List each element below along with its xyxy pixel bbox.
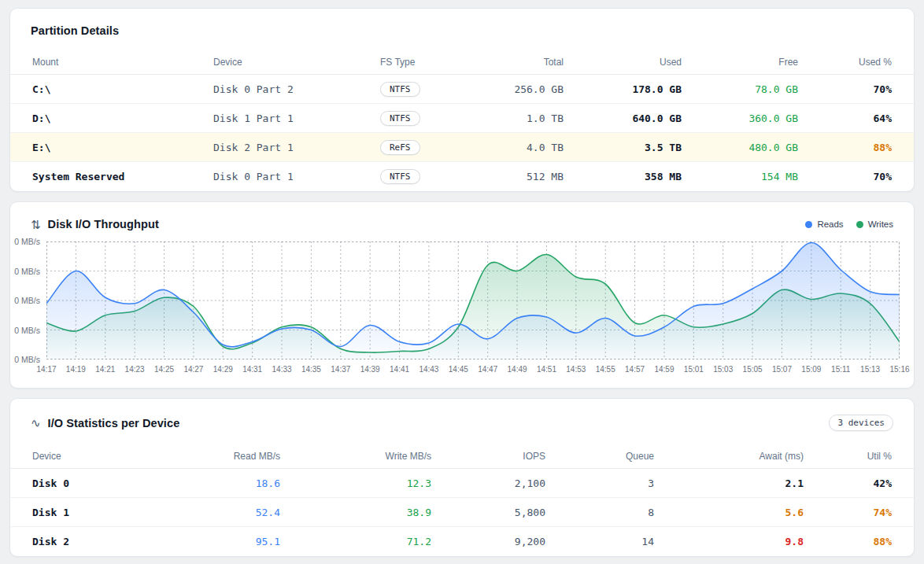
- total-cell: 1.0 TB: [473, 112, 564, 124]
- y-axis: 200 MB/s150 MB/s100 MB/s50 MB/s0 MB/s: [10, 241, 46, 359]
- x-tick-label: 14:21: [95, 365, 115, 374]
- column-header: Device: [213, 57, 380, 68]
- column-header: Queue: [545, 451, 654, 462]
- x-tick-label: 14:23: [125, 365, 145, 374]
- write-cell: 12.3: [280, 477, 431, 489]
- fs-type-badge: NTFS: [380, 82, 420, 97]
- x-tick-label: 15:16: [889, 365, 909, 374]
- partition-table-header: MountDeviceFS TypeTotalUsedFreeUsed %: [10, 50, 914, 75]
- fs-type-badge: ReFS: [380, 140, 420, 155]
- y-tick-label: 0 MB/s: [14, 355, 40, 365]
- x-tick-label: 14:47: [478, 365, 497, 374]
- total-cell: 512 MB: [473, 171, 564, 182]
- legend-label: Writes: [868, 219, 893, 229]
- x-tick-label: 15:13: [860, 365, 880, 374]
- fs-type-cell: ReFS: [380, 140, 473, 155]
- device-cell: Disk 1: [32, 507, 213, 518]
- used-cell: 178.0 GB: [564, 83, 682, 95]
- column-header: Used: [564, 57, 682, 68]
- queue-cell: 14: [545, 536, 654, 547]
- throughput-chart: [46, 241, 900, 359]
- iops-cell: 2,100: [431, 477, 545, 489]
- up-down-arrows-icon: ⇅: [31, 219, 41, 230]
- x-tick-label: 15:05: [743, 365, 763, 374]
- read-cell: 95.1: [213, 536, 280, 547]
- table-row: Disk 018.612.32,10032.142%: [10, 469, 914, 498]
- x-tick-label: 14:31: [242, 365, 262, 374]
- plot-area: [46, 241, 900, 359]
- x-tick-label: 14:17: [36, 365, 56, 374]
- x-tick-label: 14:49: [508, 365, 527, 374]
- x-axis: 14:1714:1914:2114:2314:2514:2714:2914:31…: [46, 365, 900, 377]
- x-tick-label: 15:11: [831, 365, 850, 374]
- throughput-card: ⇅ Disk I/O Throughput ReadsWrites 200 MB…: [9, 201, 915, 389]
- queue-cell: 8: [545, 507, 654, 518]
- column-header: Await (ms): [654, 451, 804, 462]
- used-pct-cell: 88%: [798, 142, 892, 153]
- used-pct-cell: 70%: [798, 83, 892, 95]
- y-tick-label: 50 MB/s: [14, 326, 40, 336]
- device-cell: Disk 0: [32, 477, 213, 489]
- iostats-card: ∿ I/O Statistics per Device 3 devices De…: [9, 398, 915, 557]
- queue-cell: 3: [545, 477, 654, 489]
- mount-cell: C:\: [32, 83, 213, 95]
- mount-cell: D:\: [32, 112, 213, 124]
- free-cell: 78.0 GB: [682, 83, 798, 95]
- fs-type-cell: NTFS: [380, 82, 473, 97]
- read-cell: 52.4: [213, 507, 280, 518]
- x-tick-label: 14:39: [360, 365, 380, 374]
- free-cell: 360.0 GB: [682, 112, 798, 124]
- x-tick-label: 14:35: [301, 365, 321, 374]
- device-cell: Disk 2 Part 1: [213, 142, 380, 153]
- x-tick-label: 14:51: [537, 365, 556, 374]
- fs-type-cell: NTFS: [380, 169, 473, 184]
- await-cell: 2.1: [654, 477, 804, 489]
- used-pct-cell: 64%: [798, 112, 892, 124]
- legend-item-writes[interactable]: Writes: [856, 219, 893, 229]
- waveform-icon: ∿: [31, 417, 41, 429]
- x-tick-label: 14:43: [419, 365, 438, 374]
- table-row: Disk 295.171.29,200149.888%: [10, 527, 914, 556]
- x-tick-label: 14:57: [625, 365, 645, 374]
- x-tick-label: 15:03: [713, 365, 733, 374]
- partition-details-title: Partition Details: [31, 24, 119, 37]
- x-tick-label: 14:53: [566, 365, 586, 374]
- x-tick-label: 14:29: [213, 365, 233, 374]
- mount-cell: E:\: [32, 142, 213, 153]
- partition-table-body: C:\Disk 0 Part 2NTFS256.0 GB178.0 GB78.0…: [10, 75, 914, 191]
- column-header: Write MB/s: [280, 451, 431, 462]
- x-tick-label: 15:07: [772, 365, 792, 374]
- await-cell: 9.8: [654, 536, 804, 547]
- iostats-table-header: DeviceRead MB/sWrite MB/sIOPSQueueAwait …: [10, 444, 914, 469]
- partition-details-header: Partition Details: [10, 24, 914, 37]
- x-tick-label: 14:25: [154, 365, 174, 374]
- used-pct-cell: 70%: [798, 171, 892, 182]
- used-cell: 640.0 GB: [564, 112, 682, 124]
- fs-type-badge: NTFS: [380, 111, 420, 126]
- table-row: E:\Disk 2 Part 1ReFS4.0 TB3.5 TB480.0 GB…: [10, 133, 914, 162]
- x-tick-label: 14:55: [596, 365, 615, 374]
- throughput-header: ⇅ Disk I/O Throughput ReadsWrites: [10, 218, 914, 230]
- legend-item-reads[interactable]: Reads: [805, 219, 843, 229]
- throughput-title: Disk I/O Throughput: [48, 218, 159, 230]
- legend-dot: [856, 221, 863, 228]
- read-cell: 18.6: [213, 477, 280, 489]
- device-count-badge: 3 devices: [829, 415, 893, 431]
- fs-type-badge: NTFS: [380, 169, 420, 184]
- x-tick-label: 14:37: [331, 365, 350, 374]
- y-tick-label: 200 MB/s: [14, 237, 40, 247]
- iostats-header: ∿ I/O Statistics per Device 3 devices: [10, 415, 914, 431]
- chart-legend: ReadsWrites: [805, 219, 893, 229]
- fs-type-cell: NTFS: [380, 111, 473, 126]
- column-header: FS Type: [380, 57, 473, 68]
- x-tick-label: 14:41: [390, 365, 409, 374]
- device-cell: Disk 0 Part 2: [213, 83, 380, 95]
- write-cell: 71.2: [280, 536, 431, 547]
- table-row: C:\Disk 0 Part 2NTFS256.0 GB178.0 GB78.0…: [10, 75, 914, 104]
- device-cell: Disk 2: [32, 536, 213, 547]
- throughput-chart-area: 200 MB/s150 MB/s100 MB/s50 MB/s0 MB/s: [10, 241, 914, 359]
- column-header: Total: [473, 57, 564, 68]
- iostats-table-body: Disk 018.612.32,10032.142%Disk 152.438.9…: [10, 469, 914, 556]
- device-cell: Disk 0 Part 1: [213, 171, 380, 182]
- used-cell: 3.5 TB: [564, 142, 682, 153]
